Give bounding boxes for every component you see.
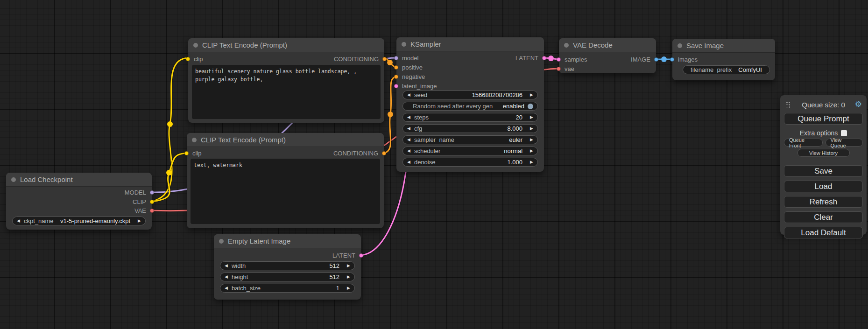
increment-icon[interactable]: ▶ <box>530 160 533 164</box>
extra-options-checkbox[interactable] <box>841 130 847 136</box>
widget-width[interactable]: ◀ width 512 ▶ <box>220 261 355 270</box>
increment-icon[interactable]: ▶ <box>347 264 350 268</box>
output-slot-clip[interactable]: CLIP <box>133 198 154 205</box>
conditioning-port[interactable] <box>382 57 387 61</box>
conditioning-port[interactable] <box>382 151 386 155</box>
increment-icon[interactable]: ▶ <box>347 286 350 290</box>
load-default-button[interactable]: Load Default <box>784 227 863 238</box>
output-slot-latent[interactable]: LATENT <box>515 54 546 62</box>
node-title-bar[interactable]: KSampler <box>396 37 544 51</box>
clip-port[interactable] <box>186 57 190 61</box>
input-slot-vae[interactable]: vae <box>557 65 574 72</box>
queue-panel[interactable]: Queue size: 0 ⚙ Queue Prompt Extra optio… <box>780 95 867 235</box>
node-title-bar[interactable]: Save Image <box>672 39 775 53</box>
increment-icon[interactable]: ▶ <box>138 219 141 223</box>
widget-cfg[interactable]: ◀ cfg 8.000 ▶ <box>402 124 538 133</box>
drag-handle-icon[interactable] <box>786 101 790 108</box>
node-title-bar[interactable]: CLIP Text Encode (Prompt) <box>187 133 384 147</box>
node-ksampler[interactable]: KSampler model positive negative latent_… <box>396 37 544 172</box>
node-title-bar[interactable]: VAE Decode <box>559 38 656 52</box>
widget-scheduler[interactable]: ◀ scheduler normal ▶ <box>402 147 538 155</box>
clip-port[interactable] <box>184 151 189 155</box>
increment-icon[interactable]: ▶ <box>347 275 350 279</box>
widget-height[interactable]: ◀ height 512 ▶ <box>220 273 355 281</box>
image-port[interactable] <box>670 57 674 62</box>
conditioning-port[interactable] <box>394 65 398 70</box>
output-slot-model[interactable]: MODEL <box>125 189 154 196</box>
decrement-icon[interactable]: ◀ <box>407 126 410 131</box>
node-clip-text-encode-1[interactable]: CLIP Text Encode (Prompt) clip CONDITION… <box>188 38 384 123</box>
node-graph-canvas[interactable]: CLIP Text Encode (Prompt) clip CONDITION… <box>0 0 868 329</box>
output-slot-image[interactable]: IMAGE <box>631 56 658 63</box>
node-save-image[interactable]: Save Image images filename_prefix ComfyU… <box>672 39 775 80</box>
input-slot-negative[interactable]: negative <box>394 73 425 80</box>
widget-denoise[interactable]: ◀ denoise 1.000 ▶ <box>402 158 538 167</box>
node-title-bar[interactable]: CLIP Text Encode (Prompt) <box>188 38 384 52</box>
image-port[interactable] <box>654 57 658 62</box>
node-empty-latent-image[interactable]: Empty Latent Image LATENT ◀ width 512 ▶ … <box>214 234 361 300</box>
save-button[interactable]: Save <box>784 165 863 177</box>
increment-icon[interactable]: ▶ <box>530 126 533 131</box>
decrement-icon[interactable]: ◀ <box>407 138 410 142</box>
widget-sampler-name[interactable]: ◀ sampler_name euler ▶ <box>402 135 538 144</box>
input-slot-samples[interactable]: samples <box>557 56 587 63</box>
decrement-icon[interactable]: ◀ <box>407 115 410 119</box>
widget-steps[interactable]: ◀ steps 20 ▶ <box>402 113 538 122</box>
clear-button[interactable]: Clear <box>784 211 863 223</box>
queue-prompt-button[interactable]: Queue Prompt <box>784 113 863 125</box>
prompt-textarea[interactable]: text, watermark <box>191 159 380 224</box>
decrement-icon[interactable]: ◀ <box>407 160 410 164</box>
decrement-icon[interactable]: ◀ <box>225 275 228 279</box>
vae-port[interactable] <box>557 67 561 71</box>
increment-icon[interactable]: ▶ <box>530 138 533 142</box>
latent-port[interactable] <box>359 253 363 258</box>
widget-random-seed-toggle[interactable]: Random seed after every gen enabled <box>402 102 538 111</box>
increment-icon[interactable]: ▶ <box>530 93 533 97</box>
widget-filename-prefix[interactable]: filename_prefix ComfyUI <box>683 65 770 74</box>
load-button[interactable]: Load <box>784 181 863 192</box>
input-slot-clip[interactable]: clip <box>184 149 202 157</box>
model-port[interactable] <box>394 56 398 60</box>
view-history-button[interactable]: View History <box>797 149 850 157</box>
vae-port[interactable] <box>150 209 154 213</box>
decrement-icon[interactable]: ◀ <box>17 219 20 223</box>
input-slot-model[interactable]: model <box>394 54 418 62</box>
model-port[interactable] <box>150 190 154 195</box>
input-slot-clip[interactable]: clip <box>186 55 203 63</box>
widget-ckpt-name[interactable]: ◀ ckpt_name v1-5-pruned-emaonly.ckpt ▶ <box>12 217 146 225</box>
output-slot-latent[interactable]: LATENT <box>332 252 363 259</box>
refresh-button[interactable]: Refresh <box>784 196 863 208</box>
conditioning-port[interactable] <box>394 75 398 79</box>
node-clip-text-encode-2[interactable]: CLIP Text Encode (Prompt) clip CONDITION… <box>187 133 384 228</box>
node-vae-decode[interactable]: VAE Decode samples vae IMAGE <box>559 38 656 73</box>
widget-batch-size[interactable]: ◀ batch_size 1 ▶ <box>220 284 355 293</box>
decrement-icon[interactable]: ◀ <box>407 149 410 153</box>
input-slot-positive[interactable]: positive <box>394 63 423 71</box>
decrement-icon[interactable]: ◀ <box>225 264 228 268</box>
decrement-icon[interactable]: ◀ <box>407 93 410 97</box>
node-title-bar[interactable]: Empty Latent Image <box>214 234 361 248</box>
toggle-knob[interactable] <box>528 104 533 109</box>
node-title-bar[interactable]: Load Checkpoint <box>6 173 152 187</box>
prompt-textarea[interactable]: beautiful scenery nature glass bottle la… <box>192 65 381 119</box>
slot-label: positive <box>402 64 423 71</box>
latent-port[interactable] <box>542 56 546 60</box>
widget-seed[interactable]: ◀ seed 156680208700286 ▶ <box>402 91 538 99</box>
link-dot <box>387 60 393 65</box>
node-load-checkpoint[interactable]: Load Checkpoint MODEL CLIP VAE ◀ ckpt_na… <box>6 173 152 230</box>
gear-icon[interactable]: ⚙ <box>855 99 862 110</box>
input-slot-images[interactable]: images <box>670 56 698 63</box>
increment-icon[interactable]: ▶ <box>530 115 533 119</box>
view-queue-button[interactable]: View Queue <box>826 139 863 147</box>
latent-port[interactable] <box>557 57 561 62</box>
queue-front-button[interactable]: Queue Front <box>784 139 823 147</box>
output-slot-conditioning[interactable]: CONDITIONING <box>334 55 387 63</box>
decrement-icon[interactable]: ◀ <box>225 286 228 290</box>
link-dot <box>166 170 172 175</box>
latent-port[interactable] <box>394 84 398 88</box>
clip-port[interactable] <box>150 200 154 204</box>
increment-icon[interactable]: ▶ <box>530 149 533 153</box>
output-slot-vae[interactable]: VAE <box>134 207 154 214</box>
input-slot-latent-image[interactable]: latent_image <box>394 82 437 90</box>
output-slot-conditioning[interactable]: CONDITIONING <box>333 149 386 157</box>
